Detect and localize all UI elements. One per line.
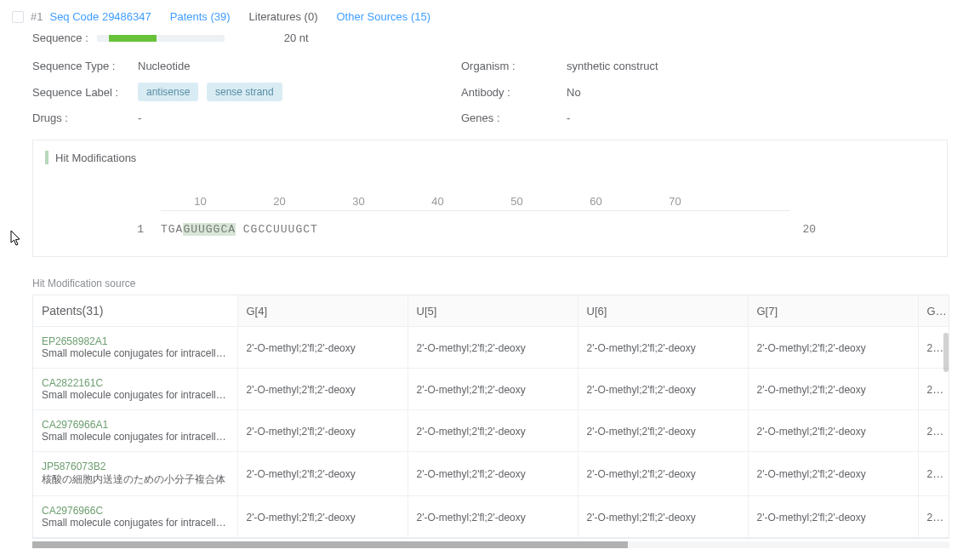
patents-table[interactable]: Patents(31) G[4] U[5] U[6] G[7] G[8] EP2… [32, 295, 949, 539]
sequence-text[interactable]: TGAGUUGGCA CGCCUUUGCT [161, 223, 318, 236]
patent-id-link[interactable]: CA2976966A1 [42, 419, 229, 431]
mod-cell: 2'-O-methyl;2'fl;2'-deoxy [247, 384, 356, 396]
mouse-cursor-icon [10, 230, 22, 247]
mod-cell: 2'-O-methyl;2'fl;2'-deoxy [587, 468, 696, 480]
patent-id-link[interactable]: CA2822161C [42, 377, 229, 389]
mod-cell: 2'-O-methyl;2'fl;2'-deoxy [587, 512, 696, 524]
seq-code-link[interactable]: Seq Code 29486347 [49, 10, 151, 23]
patent-desc: Small molecule conjugates for intracellu… [42, 431, 229, 443]
tab-other-sources[interactable]: Other Sources (15) [337, 10, 431, 23]
sequence-row-end: 20 [802, 223, 935, 236]
mod-cell: 2'-O-methyl;2'fl;2'-deoxy [757, 426, 866, 438]
mod-cell: 2'-O [927, 511, 946, 524]
mod-cell: 2'-O-methyl;2'fl;2'-deoxy [587, 384, 696, 396]
horizontal-scrollbar[interactable] [32, 541, 949, 548]
mod-cell: 2'-O-methyl;2'fl;2'-deoxy [757, 342, 866, 354]
vertical-scrollbar-thumb[interactable] [943, 333, 949, 372]
result-index: #1 [31, 10, 43, 23]
patent-id-link[interactable]: CA2976966C [42, 505, 229, 517]
tick: 40 [398, 195, 477, 208]
table-row[interactable]: EP2658982A1Small molecule conjugates for… [33, 327, 949, 369]
mod-cell: 2'-O [927, 383, 946, 396]
patent-desc: Small molecule conjugates for intracellu… [42, 347, 229, 359]
col-g8[interactable]: G[8] [918, 295, 949, 327]
sequence-row-index: 1 [45, 223, 161, 236]
mod-cell: 2'-O-methyl;2'fl;2'-deoxy [247, 426, 356, 438]
patent-id-link[interactable]: JP5876073B2 [42, 461, 229, 472]
col-g4[interactable]: G[4] [237, 295, 407, 327]
organism-key: Organism : [461, 60, 567, 72]
seq-type-key: Sequence Type : [32, 60, 138, 72]
patent-desc: 核酸の細胞内送達のための小分子複合体 [42, 472, 229, 487]
col-patents[interactable]: Patents(31) [33, 295, 237, 327]
table-row[interactable]: CA2976966CSmall molecule conjugates for … [33, 496, 949, 538]
horizontal-scrollbar-thumb[interactable] [32, 541, 628, 548]
tab-patents[interactable]: Patents (39) [170, 10, 231, 23]
mod-cell: 2'-O-methyl;2'fl;2'-deoxy [417, 384, 526, 396]
patent-desc: Small molecule conjugates for intracellu… [42, 517, 229, 529]
tick: 30 [319, 195, 398, 208]
organism-val: synthetic construct [567, 60, 822, 72]
patent-id-link[interactable]: EP2658982A1 [42, 335, 229, 347]
sequence-length: 20 nt [284, 31, 309, 44]
seq-label-val: antisense sense strand [138, 83, 461, 101]
tag-antisense[interactable]: antisense [138, 83, 198, 101]
sequence-ruler: 10 20 30 40 50 60 70 [45, 195, 935, 208]
mod-cell: 2'-O [927, 425, 946, 438]
hit-mod-source-title: Hit Modification source [0, 278, 980, 295]
mod-cell: 2'-O-methyl;2'fl;2'-deoxy [417, 426, 526, 438]
tab-literatures: Literatures (0) [249, 10, 318, 23]
sequence-coverage-bar [97, 35, 225, 42]
tick: 60 [556, 195, 635, 208]
hit-modifications-panel: Hit Modifications 10 20 30 40 50 60 70 1… [32, 140, 948, 257]
tick: 70 [635, 195, 715, 208]
genes-val: - [567, 112, 822, 124]
antibody-key: Antibody : [461, 86, 567, 99]
mod-cell: 2'-O [927, 467, 946, 480]
mod-cell: 2'-O-methyl;2'fl;2'-deoxy [417, 512, 526, 524]
col-u6[interactable]: U[6] [578, 295, 748, 327]
seq-type-val: Nucleotide [138, 60, 461, 72]
mod-cell: 2'-O-methyl;2'fl;2'-deoxy [757, 512, 866, 524]
panel-accent-icon [45, 151, 48, 164]
sequence-coverage-fill [109, 35, 157, 42]
genes-key: Genes : [461, 112, 567, 124]
sequence-label: Sequence : [32, 31, 88, 44]
col-u5[interactable]: U[5] [407, 295, 578, 327]
tick: 10 [161, 195, 240, 208]
seq-label-key: Sequence Label : [32, 86, 138, 99]
drugs-key: Drugs : [32, 112, 138, 124]
sequence-highlight: GUUGGCA [183, 223, 236, 236]
mod-cell: 2'-O-methyl;2'fl;2'-deoxy [247, 512, 356, 524]
patent-desc: Small molecule conjugates for intracellu… [42, 389, 229, 401]
table-row[interactable]: CA2822161CSmall molecule conjugates for … [33, 369, 949, 410]
tag-sense-strand[interactable]: sense strand [207, 83, 282, 101]
mod-cell: 2'-O-methyl;2'fl;2'-deoxy [587, 342, 696, 354]
mod-cell: 2'-O-methyl;2'fl;2'-deoxy [587, 426, 696, 438]
mod-cell: 2'-O-methyl;2'fl;2'-deoxy [247, 342, 356, 354]
mod-cell: 2'-O-methyl;2'fl;2'-deoxy [757, 384, 866, 396]
col-g7[interactable]: G[7] [748, 295, 918, 327]
antibody-val: No [567, 86, 822, 99]
hit-modifications-title: Hit Modifications [55, 152, 136, 164]
table-row[interactable]: JP5876073B2核酸の細胞内送達のための小分子複合体2'-O-methyl… [33, 452, 949, 496]
tick: 20 [240, 195, 319, 208]
mod-cell: 2'-O-methyl;2'fl;2'-deoxy [247, 468, 356, 480]
mod-cell: 2'-O-methyl;2'fl;2'-deoxy [417, 468, 526, 480]
mod-cell: 2'-O-methyl;2'fl;2'-deoxy [757, 468, 866, 480]
mod-cell: 2'-O-methyl;2'fl;2'-deoxy [417, 342, 526, 354]
drugs-val: - [138, 112, 461, 124]
tick: 50 [477, 195, 556, 208]
select-checkbox[interactable] [12, 11, 24, 23]
table-row[interactable]: CA2976966A1Small molecule conjugates for… [33, 410, 949, 452]
